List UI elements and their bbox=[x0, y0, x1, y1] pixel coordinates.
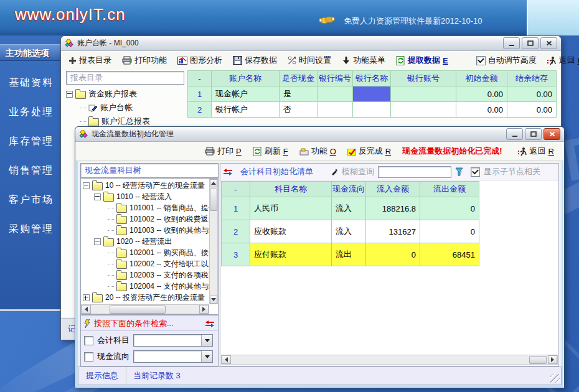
checkbox-checked-icon[interactable] bbox=[476, 56, 486, 65]
tree-item[interactable]: 10 -- 经营活动产生的现金流量 bbox=[83, 180, 218, 191]
checkbox-icon[interactable] bbox=[84, 352, 93, 362]
cell-outflow[interactable]: 0 bbox=[420, 220, 479, 243]
tree-item[interactable]: 102002 -- 支付给职工以及为职工支付的现金 bbox=[83, 258, 218, 269]
vertical-scrollbar[interactable] bbox=[209, 179, 218, 304]
collapse-expander-icon[interactable] bbox=[94, 194, 101, 200]
refresh-button[interactable]: 刷新F bbox=[253, 146, 288, 157]
column-header[interactable]: 现金流向 bbox=[332, 182, 366, 197]
scroll-thumb[interactable] bbox=[529, 356, 547, 364]
function-menu-button[interactable]: 功能菜单 bbox=[342, 55, 385, 66]
cashflow-window-titlebar[interactable]: 现金流量数据初始化管理 bbox=[75, 127, 564, 142]
scroll-right-icon[interactable] bbox=[548, 355, 557, 364]
cell-bank-acct[interactable] bbox=[391, 102, 456, 118]
tree-item-selected[interactable]: 账户台帐 bbox=[66, 101, 184, 114]
cell-bank-no[interactable] bbox=[318, 102, 353, 118]
tree-item[interactable]: 102003 -- 支付的各项税费 bbox=[83, 269, 218, 281]
tree-item[interactable]: 101002 -- 收到的税费返还 bbox=[83, 213, 218, 225]
scroll-left-icon[interactable] bbox=[222, 355, 231, 364]
scroll-thumb[interactable] bbox=[110, 306, 166, 314]
cell-init-amount[interactable]: 0.00 bbox=[456, 102, 507, 118]
collapse-expander-icon[interactable] bbox=[66, 91, 73, 98]
cell-subject-name[interactable]: 应付账款 bbox=[250, 243, 332, 266]
functions-button[interactable]: 功能O bbox=[299, 146, 336, 157]
print-button[interactable]: 打印P bbox=[205, 146, 242, 157]
column-header[interactable]: 账户名称 bbox=[212, 71, 280, 86]
row-number[interactable]: 2 bbox=[188, 102, 212, 118]
scroll-left-icon[interactable] bbox=[82, 305, 91, 314]
maximize-icon[interactable] bbox=[522, 37, 539, 49]
cell-subject-name[interactable]: 应收账款 bbox=[250, 220, 332, 243]
scroll-thumb[interactable] bbox=[210, 189, 217, 211]
close-icon[interactable] bbox=[544, 128, 560, 140]
cell-inflow[interactable]: 0 bbox=[366, 243, 420, 266]
cell-inflow[interactable]: 131627 bbox=[366, 220, 420, 243]
cell-outflow[interactable]: 0 bbox=[420, 197, 479, 220]
horizontal-scrollbar[interactable] bbox=[221, 355, 558, 365]
extract-data-button[interactable]: 提取数据E bbox=[396, 55, 448, 66]
row-number[interactable]: 1 bbox=[222, 197, 250, 220]
tree-item[interactable]: 1010 -- 经营流入 bbox=[83, 191, 218, 202]
column-header[interactable]: 银行账号 bbox=[391, 71, 456, 86]
chart-analysis-button[interactable]: 图形分析 bbox=[177, 55, 222, 66]
cell-direction[interactable]: 流出 bbox=[332, 243, 366, 266]
column-header[interactable]: 银行名称 bbox=[353, 71, 391, 86]
column-header[interactable]: 初始金额 bbox=[456, 71, 507, 86]
funnel-icon[interactable] bbox=[455, 167, 463, 176]
expand-expander-icon[interactable] bbox=[83, 294, 90, 301]
column-header[interactable]: - bbox=[188, 71, 212, 86]
subject-combobox[interactable] bbox=[133, 334, 213, 347]
return-button[interactable]: 返回R bbox=[518, 146, 564, 157]
tree-item[interactable]: 20 -- 投资活动产生的现金流量 bbox=[83, 292, 218, 303]
row-number[interactable]: 3 bbox=[222, 243, 250, 266]
column-header[interactable]: 是否现金 bbox=[280, 71, 318, 86]
row-number[interactable]: 1 bbox=[188, 86, 212, 102]
tree-item[interactable]: 102001 -- 购买商品、接受劳务支付的现金 bbox=[83, 247, 218, 258]
scroll-right-icon[interactable] bbox=[199, 305, 209, 314]
return-button[interactable]: 返回R bbox=[547, 55, 579, 66]
column-header[interactable]: 科目名称 bbox=[250, 182, 332, 197]
tree-item[interactable]: 资金账户报表 bbox=[66, 87, 184, 101]
cell-is-cash[interactable]: 是 bbox=[280, 86, 318, 102]
cell-subject-name[interactable]: 人民币 bbox=[250, 197, 332, 220]
resize-grip[interactable] bbox=[550, 374, 560, 383]
cell-account-name[interactable]: 银行帐户 bbox=[212, 102, 280, 118]
account-window-titlebar[interactable]: 账户台帐 - MI_000 bbox=[61, 36, 561, 51]
checkbox-checked-icon[interactable] bbox=[471, 167, 480, 177]
save-data-button[interactable]: 保存数据 bbox=[233, 55, 277, 66]
swap-icon[interactable] bbox=[223, 169, 233, 175]
cell-balance[interactable]: 0.00 bbox=[507, 102, 557, 118]
tree-item[interactable]: 101001 -- 销售商品、提供劳务收到的现金 bbox=[83, 202, 218, 213]
cell-is-cash[interactable]: 否 bbox=[280, 102, 318, 118]
direction-combobox[interactable] bbox=[133, 350, 213, 363]
column-header[interactable]: 流出金额 bbox=[420, 182, 479, 197]
cell-bank-name-selected[interactable] bbox=[353, 86, 391, 102]
print-function-button[interactable]: 打印功能 bbox=[122, 55, 167, 66]
report-catalog-button[interactable]: 报表目录 bbox=[68, 55, 111, 66]
collapse-expander-icon[interactable] bbox=[83, 182, 90, 189]
scroll-down-icon[interactable] bbox=[210, 296, 217, 304]
chevron-down-icon[interactable] bbox=[201, 351, 212, 362]
chevron-down-icon[interactable] bbox=[201, 335, 212, 346]
column-header[interactable]: - bbox=[222, 182, 250, 197]
cell-direction[interactable]: 流入 bbox=[332, 220, 366, 243]
column-header[interactable]: 银行编号 bbox=[318, 71, 353, 86]
time-settings-button[interactable]: 时间设置 bbox=[288, 55, 331, 66]
minimize-icon[interactable] bbox=[506, 128, 523, 140]
row-number[interactable]: 2 bbox=[222, 220, 250, 243]
cell-bank-acct[interactable] bbox=[391, 86, 456, 102]
cell-balance[interactable]: 0.00 bbox=[507, 86, 557, 102]
fuzzy-search-input[interactable] bbox=[378, 166, 451, 178]
cell-direction[interactable]: 流入 bbox=[332, 197, 366, 220]
cell-account-name[interactable]: 现金帐户 bbox=[212, 86, 280, 102]
horizontal-scrollbar[interactable] bbox=[81, 304, 209, 314]
tree-item[interactable]: 1020 -- 经营流出 bbox=[83, 236, 218, 247]
close-icon[interactable] bbox=[540, 37, 557, 49]
cell-inflow[interactable]: 188216.8 bbox=[366, 197, 420, 220]
maximize-icon[interactable] bbox=[525, 128, 542, 140]
collapse-expander-icon[interactable] bbox=[94, 238, 101, 245]
site-logo[interactable]: www.onlyIT.cn bbox=[15, 5, 126, 24]
undo-complete-button[interactable]: 反完成R bbox=[347, 146, 391, 157]
swap-icon[interactable] bbox=[205, 320, 215, 327]
tree-item[interactable]: 101003 -- 收到的其他与经营活动有关的现金 bbox=[83, 225, 218, 236]
column-header[interactable]: 流入金额 bbox=[366, 182, 420, 197]
